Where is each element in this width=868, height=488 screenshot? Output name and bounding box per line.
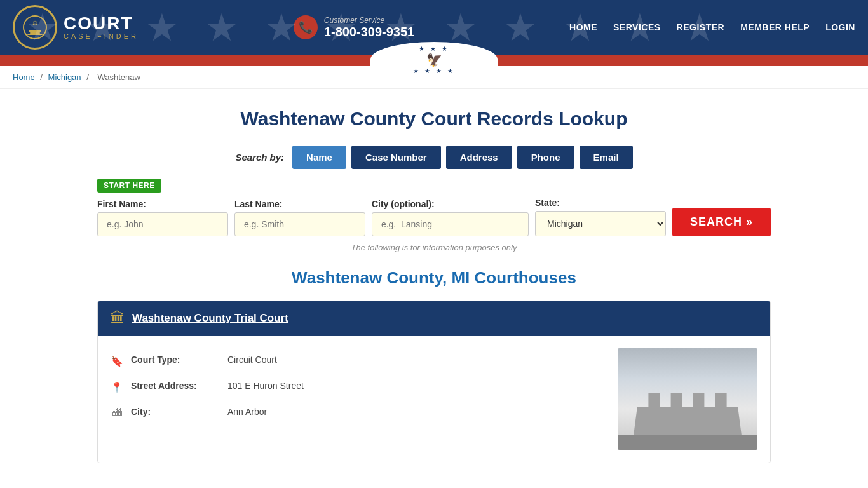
court-type-value: Circuit Court	[227, 355, 277, 365]
state-label: State:	[535, 198, 666, 208]
star-decoration: ★	[264, 5, 299, 50]
address-icon: 📍	[111, 381, 123, 393]
city-input[interactable]	[372, 212, 529, 236]
search-by-label: Search by:	[235, 152, 284, 163]
city-field: City (optional):	[372, 199, 529, 236]
tab-email[interactable]: Email	[580, 146, 633, 169]
star-decoration: ★	[145, 5, 179, 50]
courthouses-title: Washtenaw County, MI Courthouses	[97, 268, 771, 288]
tab-name[interactable]: Name	[292, 146, 346, 169]
main-content: Washtenaw County Court Records Lookup Se…	[85, 89, 783, 488]
courthouse-icon: 🏛	[111, 310, 125, 327]
city-label: City (optional):	[372, 199, 529, 209]
star-decoration: ★	[503, 5, 538, 50]
courthouse-body: 🔖 Court Type: Circuit Court 📍 Street Add…	[98, 336, 770, 463]
courthouse-image	[618, 348, 757, 450]
last-name-field: Last Name:	[234, 199, 365, 236]
eagle-stars-bottom: ★ ★ ★ ★	[413, 67, 454, 74]
address-label: Street Address:	[131, 381, 220, 391]
info-text: The following is for information purpose…	[97, 243, 771, 252]
first-name-field: First Name:	[97, 199, 228, 236]
city-label: City:	[131, 407, 220, 417]
city-icon: 🏙	[111, 407, 123, 419]
star-decoration: ★	[205, 5, 239, 50]
eagle-stars-top: ★ ★ ★	[419, 45, 449, 52]
star-decoration: ★	[25, 5, 60, 50]
eagle-symbol: 🦅	[426, 52, 442, 67]
breadcrumb-county: Washtenaw	[97, 72, 140, 82]
star-decoration: ★	[682, 5, 717, 50]
tab-address[interactable]: Address	[446, 146, 512, 169]
star-decoration: ★	[324, 5, 358, 50]
address-row: 📍 Street Address: 101 E Huron Street	[111, 374, 605, 400]
court-type-label: Court Type:	[131, 355, 220, 365]
address-value: 101 E Huron Street	[227, 381, 304, 391]
state-field: State: Michigan Alabama Alaska Arizona A…	[535, 198, 666, 236]
star-decoration: ★	[563, 5, 597, 50]
breadcrumb-separator-1: /	[40, 72, 44, 82]
start-here-badge: START HERE	[97, 179, 161, 193]
search-form: First Name: Last Name: City (optional): …	[97, 198, 771, 236]
banner-area: ★ ★ ★ 🦅 ★ ★ ★ ★	[0, 55, 868, 66]
banner-eagle: ★ ★ ★ 🦅 ★ ★ ★ ★	[370, 42, 498, 77]
first-name-input[interactable]	[97, 212, 228, 236]
last-name-input[interactable]	[234, 212, 365, 236]
star-decoration: ★	[623, 5, 657, 50]
city-row: 🏙 City: Ann Arbor	[111, 400, 605, 425]
breadcrumb-home[interactable]: Home	[13, 72, 35, 82]
court-type-icon: 🔖	[111, 355, 123, 367]
page-title: Washtenaw County Court Records Lookup	[97, 108, 771, 130]
search-by-row: Search by: Name Case Number Address Phon…	[97, 146, 771, 169]
tab-case-number[interactable]: Case Number	[351, 146, 441, 169]
court-type-row: 🔖 Court Type: Circuit Court	[111, 348, 605, 374]
star-decoration: ★	[85, 5, 119, 50]
breadcrumb-separator-2: /	[86, 72, 91, 82]
last-name-label: Last Name:	[234, 199, 365, 209]
courthouse-name[interactable]: Washtenaw County Trial Court	[132, 312, 288, 325]
city-value: Ann Arbor	[227, 407, 267, 417]
building-photo	[618, 348, 757, 450]
search-button[interactable]: SEARCH »	[672, 208, 771, 236]
state-select[interactable]: Michigan Alabama Alaska Arizona Arkansas…	[535, 211, 666, 236]
tab-phone[interactable]: Phone	[517, 146, 574, 169]
courthouse-header: 🏛 Washtenaw County Trial Court	[98, 301, 770, 336]
first-name-label: First Name:	[97, 199, 228, 209]
courthouse-info: 🔖 Court Type: Circuit Court 📍 Street Add…	[111, 348, 605, 450]
breadcrumb-state[interactable]: Michigan	[48, 72, 81, 82]
courthouse-card: 🏛 Washtenaw County Trial Court 🔖 Court T…	[97, 301, 771, 463]
